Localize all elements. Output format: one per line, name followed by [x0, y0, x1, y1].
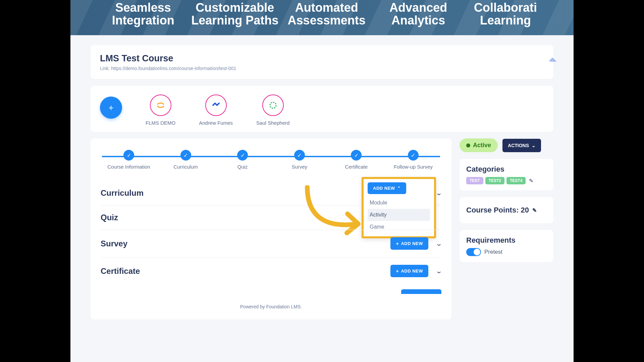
step-curriculum[interactable]: Curriculum: [159, 150, 213, 170]
course-title: LMS Test Course: [100, 53, 544, 64]
chevron-down-icon[interactable]: ⌄: [435, 189, 442, 197]
chevron-down-icon[interactable]: ⌄: [435, 267, 442, 275]
course-link: Link: https://demo.foundationlms.com/cou…: [100, 66, 544, 71]
hero-banner: Seamless Integration Customizable Learni…: [70, 0, 574, 35]
hero-feature: Advanced Analytics: [372, 0, 464, 27]
button-label: ADD NEW: [401, 241, 423, 246]
chevron-up-icon: ⌃: [397, 186, 401, 191]
step-quiz[interactable]: Quiz: [216, 150, 269, 170]
hero-feature: Customizable Learning Paths: [189, 0, 280, 27]
step-certificate[interactable]: Certificate: [329, 150, 383, 170]
category-tag[interactable]: TEST2: [485, 177, 504, 184]
hero-feature: Automated Assessments: [281, 0, 372, 27]
step-followup-survey[interactable]: Follow-up Survey: [386, 150, 440, 170]
category-tag[interactable]: TEST4: [506, 177, 526, 184]
person-name: FLMS DEMO: [146, 120, 175, 126]
section-curriculum: Curriculum ⌄ ADD NEW ⌃ Module Activity G…: [101, 181, 441, 205]
course-header-card: LMS Test Course Link: https://demo.found…: [91, 45, 553, 79]
hero-feature: Seamless Integration: [97, 0, 189, 27]
footer-text: Powered by Foundation LMS.: [101, 304, 441, 309]
check-icon: [408, 150, 419, 161]
section-quiz: Quiz: [101, 205, 441, 230]
categories-heading: Categories: [466, 165, 547, 174]
chevron-down-icon[interactable]: ⌄: [435, 240, 442, 247]
check-icon: [180, 150, 191, 161]
actions-button[interactable]: ACTIONS ⌄: [502, 139, 541, 152]
status-dot-icon: [466, 143, 470, 147]
add-person-button[interactable]: +: [100, 97, 122, 119]
section-title: Quiz: [101, 213, 118, 222]
section-title: Curriculum: [101, 188, 144, 198]
person-name: Saul Shepherd: [256, 120, 289, 126]
progress-stepper: Course Information Curriculum Quiz Surve…: [102, 150, 440, 170]
pretest-toggle[interactable]: [466, 248, 481, 256]
category-tag[interactable]: TEST: [466, 177, 483, 184]
course-points-label: Course Points: 20: [466, 206, 529, 215]
edit-categories-icon[interactable]: ✎: [529, 178, 533, 184]
points-card: Course Points: 20 ✎: [460, 197, 553, 223]
partial-button[interactable]: [401, 289, 441, 294]
requirements-heading: Requirements: [466, 236, 547, 245]
hero-feature: Collaborati Learning: [464, 0, 547, 27]
categories-card: Categories TEST TEST2 TEST4 ✎: [460, 159, 553, 190]
section-survey: Survey + ADD NEW ⌄: [101, 230, 441, 257]
svg-point-0: [270, 102, 276, 108]
person-item[interactable]: Andrew Fumes: [199, 95, 233, 126]
status-label: Active: [473, 142, 491, 149]
button-label: ADD NEW: [373, 186, 395, 191]
status-badge: Active: [460, 138, 498, 152]
plus-icon: +: [396, 241, 399, 246]
person-item[interactable]: FLMS DEMO: [146, 95, 175, 126]
section-title: Certificate: [101, 266, 140, 276]
add-new-button[interactable]: ADD NEW ⌃: [368, 182, 406, 194]
section-title: Survey: [101, 239, 127, 248]
plus-icon: +: [396, 268, 399, 274]
requirement-label: Pretest: [484, 249, 502, 255]
button-label: ACTIONS: [508, 143, 529, 148]
requirements-card: Requirements Pretest: [460, 230, 553, 262]
avatar-icon: [205, 95, 227, 116]
avatar-icon: [262, 95, 284, 116]
edit-icon[interactable]: [548, 57, 556, 66]
course-builder-panel: Course Information Curriculum Quiz Surve…: [91, 138, 451, 319]
person-item[interactable]: Saul Shepherd: [256, 95, 289, 126]
check-icon: [351, 150, 362, 161]
avatar-icon: [150, 95, 171, 116]
button-label: ADD NEW: [401, 268, 423, 274]
instructors-card: + FLMS DEMO Andrew Fumes Saul Shepherd: [91, 86, 553, 132]
check-icon: [123, 150, 134, 161]
chevron-down-icon: ⌄: [532, 143, 536, 148]
add-new-button[interactable]: + ADD NEW: [390, 237, 428, 250]
person-name: Andrew Fumes: [199, 120, 233, 126]
step-survey[interactable]: Survey: [273, 150, 326, 170]
edit-points-icon[interactable]: ✎: [532, 207, 537, 214]
section-certificate: Certificate + ADD NEW ⌄: [101, 257, 441, 285]
step-course-information[interactable]: Course Information: [102, 150, 156, 170]
check-icon: [294, 150, 305, 161]
add-new-button[interactable]: + ADD NEW: [390, 265, 428, 277]
check-icon: [237, 150, 248, 161]
